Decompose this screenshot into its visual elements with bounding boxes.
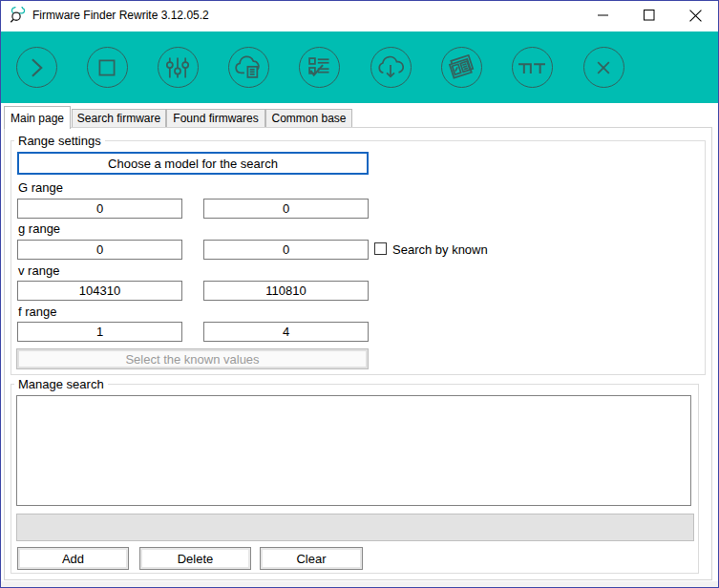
team-mt-button[interactable] <box>512 47 553 88</box>
app-logo-icon <box>9 7 27 25</box>
tab-found-firmwares[interactable]: Found firmwares <box>166 109 265 127</box>
delete-button[interactable]: Delete <box>139 547 251 570</box>
app-window: Firmware Finder Rewrite 3.12.05.2 <box>0 0 719 588</box>
g-lower-range-label: g range <box>18 221 60 236</box>
choose-model-button-label: Choose a model for the search <box>108 157 278 171</box>
team-mt-logo-icon <box>518 54 545 81</box>
cloud-file-icon <box>235 54 262 81</box>
news-icon <box>448 54 475 81</box>
news-button[interactable] <box>441 47 482 88</box>
g-upper-range-label: G range <box>18 180 63 195</box>
manage-search-group-label: Manage search <box>14 377 108 391</box>
g-upper-range-to-input[interactable] <box>203 199 369 219</box>
v-range-to-input[interactable] <box>203 281 369 301</box>
clear-button-label: Clear <box>296 552 326 566</box>
tab-common-base[interactable]: Common base <box>265 109 352 127</box>
form-bottom-margin <box>1 581 718 588</box>
clear-button[interactable]: Clear <box>260 547 363 570</box>
tab-label: Search firmware <box>77 112 160 125</box>
search-progress-bar <box>16 514 694 541</box>
f-range-from-input[interactable] <box>17 322 182 342</box>
search-by-known-checkbox[interactable] <box>374 242 387 255</box>
close-icon <box>689 10 702 22</box>
title-bar: Firmware Finder Rewrite 3.12.05.2 <box>1 1 718 31</box>
search-queue-listbox[interactable] <box>16 395 691 506</box>
f-range-label: f range <box>18 304 56 319</box>
v-range-label: v range <box>18 263 59 278</box>
minimize-icon <box>598 10 609 21</box>
tab-label: Common base <box>271 112 346 125</box>
g-lower-range-to-input[interactable] <box>203 240 369 260</box>
cloud-upload-button[interactable] <box>228 47 269 88</box>
toolbar <box>1 32 718 103</box>
g-upper-range-from-input[interactable] <box>17 199 182 219</box>
add-button-label: Add <box>62 552 84 566</box>
tab-label: Found firmwares <box>173 112 258 125</box>
minimize-button[interactable] <box>586 2 621 29</box>
cancel-button[interactable] <box>583 47 624 88</box>
x-icon <box>590 54 617 81</box>
choose-model-button[interactable]: Choose a model for the search <box>17 152 369 175</box>
window-title: Firmware Finder Rewrite 3.12.05.2 <box>32 1 209 31</box>
g-lower-range-from-input[interactable] <box>17 240 182 260</box>
range-settings-group-label: Range settings <box>14 134 105 148</box>
v-range-from-input[interactable] <box>17 281 182 301</box>
add-button[interactable]: Add <box>17 547 129 570</box>
stop-icon <box>94 54 120 81</box>
checklist-icon <box>306 54 332 81</box>
tab-label: Main page <box>11 112 64 125</box>
start-search-button[interactable] <box>16 47 57 88</box>
task-list-button[interactable] <box>299 47 340 88</box>
tab-main-page[interactable]: Main page <box>4 106 71 129</box>
delete-button-label: Delete <box>178 552 214 566</box>
cloud-download-icon <box>377 54 404 81</box>
maximize-button[interactable] <box>632 2 666 29</box>
settings-button[interactable] <box>158 47 199 88</box>
stop-search-button[interactable] <box>87 47 128 88</box>
maximize-icon <box>644 10 655 21</box>
cloud-download-button[interactable] <box>370 47 412 88</box>
search-by-known-label: Search by known <box>392 242 488 257</box>
select-known-values-button[interactable]: Select the known values <box>16 348 369 369</box>
play-icon <box>23 54 50 81</box>
close-button[interactable] <box>678 2 712 29</box>
tab-search-firmware[interactable]: Search firmware <box>72 109 166 127</box>
sliders-icon <box>164 54 191 81</box>
f-range-to-input[interactable] <box>203 322 369 342</box>
select-known-values-button-label: Select the known values <box>125 352 259 367</box>
